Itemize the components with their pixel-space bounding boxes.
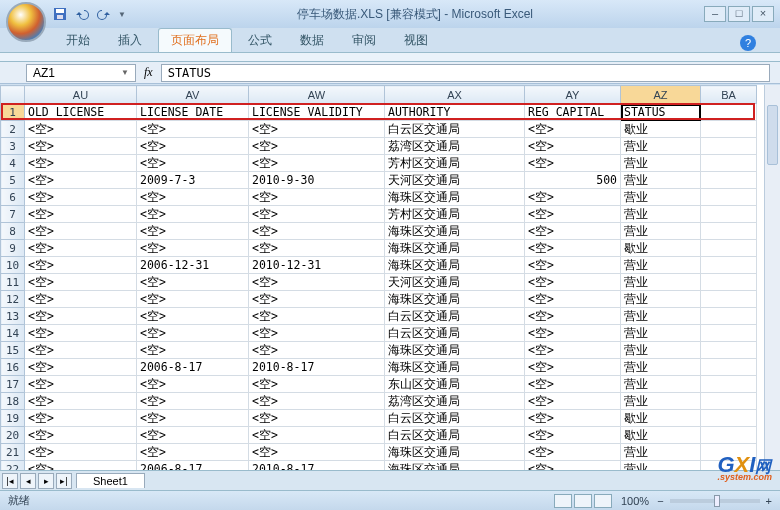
ribbon-tab-3[interactable]: 公式 bbox=[236, 29, 284, 52]
cell[interactable]: <空> bbox=[137, 444, 249, 461]
cell[interactable]: 2010-9-30 bbox=[249, 172, 385, 189]
row-header[interactable]: 9 bbox=[1, 240, 25, 257]
cell[interactable]: <空> bbox=[249, 206, 385, 223]
cell[interactable]: <空> bbox=[249, 155, 385, 172]
help-icon[interactable]: ? bbox=[740, 35, 756, 51]
cell[interactable]: 营业 bbox=[621, 461, 701, 471]
cell[interactable]: 2010-8-17 bbox=[249, 359, 385, 376]
cell[interactable]: <空> bbox=[249, 308, 385, 325]
cell[interactable]: <空> bbox=[525, 240, 621, 257]
cell[interactable] bbox=[701, 410, 757, 427]
cell[interactable]: <空> bbox=[525, 376, 621, 393]
cell[interactable] bbox=[701, 461, 757, 471]
cell[interactable]: <空> bbox=[525, 257, 621, 274]
cell[interactable] bbox=[701, 206, 757, 223]
cell[interactable]: <空> bbox=[137, 325, 249, 342]
cell[interactable] bbox=[701, 138, 757, 155]
cell[interactable]: <空> bbox=[525, 393, 621, 410]
zoom-slider[interactable] bbox=[670, 499, 760, 503]
cell[interactable] bbox=[701, 274, 757, 291]
qat-dropdown-icon[interactable]: ▼ bbox=[118, 10, 126, 19]
cell[interactable]: 营业 bbox=[621, 376, 701, 393]
row-header[interactable]: 10 bbox=[1, 257, 25, 274]
row-header[interactable]: 16 bbox=[1, 359, 25, 376]
cell[interactable]: <空> bbox=[137, 274, 249, 291]
cell[interactable]: <空> bbox=[249, 427, 385, 444]
cell[interactable]: <空> bbox=[25, 172, 137, 189]
cell[interactable]: 营业 bbox=[621, 291, 701, 308]
cell[interactable]: <空> bbox=[25, 308, 137, 325]
cell[interactable] bbox=[701, 444, 757, 461]
cell[interactable]: <空> bbox=[25, 138, 137, 155]
cell[interactable]: <空> bbox=[25, 240, 137, 257]
cell[interactable]: <空> bbox=[525, 121, 621, 138]
scrollbar-thumb[interactable] bbox=[767, 105, 778, 165]
cell[interactable]: <空> bbox=[249, 223, 385, 240]
cell[interactable]: 海珠区交通局 bbox=[385, 189, 525, 206]
formula-bar[interactable]: STATUS bbox=[161, 64, 770, 82]
cell[interactable]: <空> bbox=[525, 444, 621, 461]
cell[interactable]: <空> bbox=[137, 155, 249, 172]
cell[interactable]: <空> bbox=[137, 189, 249, 206]
cell[interactable]: <空> bbox=[137, 223, 249, 240]
cell[interactable] bbox=[701, 393, 757, 410]
cell[interactable]: 白云区交通局 bbox=[385, 410, 525, 427]
cell[interactable]: 海珠区交通局 bbox=[385, 342, 525, 359]
cell[interactable]: <空> bbox=[249, 291, 385, 308]
cell[interactable] bbox=[701, 223, 757, 240]
fx-icon[interactable]: fx bbox=[144, 65, 153, 80]
cell[interactable]: <空> bbox=[25, 444, 137, 461]
row-header[interactable]: 15 bbox=[1, 342, 25, 359]
row-header[interactable]: 8 bbox=[1, 223, 25, 240]
cell[interactable]: <空> bbox=[525, 308, 621, 325]
spreadsheet-grid[interactable]: AUAVAWAXAYAZBA1OLD_LICENSELICENSE_DATELI… bbox=[0, 85, 780, 470]
cell[interactable]: 海珠区交通局 bbox=[385, 359, 525, 376]
cell[interactable]: <空> bbox=[249, 138, 385, 155]
cell[interactable]: 营业 bbox=[621, 138, 701, 155]
row-header[interactable]: 1 bbox=[1, 104, 25, 121]
cell[interactable] bbox=[701, 189, 757, 206]
ribbon-tab-1[interactable]: 插入 bbox=[106, 29, 154, 52]
cell[interactable]: <空> bbox=[525, 291, 621, 308]
sheet-nav-prev[interactable]: ◂ bbox=[20, 473, 36, 489]
row-header[interactable]: 17 bbox=[1, 376, 25, 393]
cell[interactable]: 天河区交通局 bbox=[385, 172, 525, 189]
cell[interactable]: <空> bbox=[525, 359, 621, 376]
cell[interactable] bbox=[701, 359, 757, 376]
row-header[interactable]: 2 bbox=[1, 121, 25, 138]
zoom-in-button[interactable]: + bbox=[766, 495, 772, 507]
redo-icon[interactable] bbox=[96, 6, 112, 22]
cell[interactable]: 营业 bbox=[621, 342, 701, 359]
cell[interactable]: 海珠区交通局 bbox=[385, 444, 525, 461]
cell[interactable]: 营业 bbox=[621, 189, 701, 206]
cell[interactable]: <空> bbox=[25, 121, 137, 138]
cell[interactable]: <空> bbox=[249, 410, 385, 427]
cell[interactable]: 歇业 bbox=[621, 410, 701, 427]
cell[interactable]: <空> bbox=[525, 223, 621, 240]
cell[interactable]: 2010-8-17 bbox=[249, 461, 385, 471]
cell[interactable] bbox=[701, 427, 757, 444]
cell[interactable]: <空> bbox=[525, 138, 621, 155]
cell[interactable]: <空> bbox=[525, 274, 621, 291]
cell[interactable]: <空> bbox=[249, 274, 385, 291]
cell[interactable]: <空> bbox=[249, 121, 385, 138]
row-header[interactable]: 22 bbox=[1, 461, 25, 471]
cell[interactable]: 歇业 bbox=[621, 427, 701, 444]
sheet-nav-next[interactable]: ▸ bbox=[38, 473, 54, 489]
cell[interactable]: <空> bbox=[525, 342, 621, 359]
cell[interactable]: LICENSE_DATE bbox=[137, 104, 249, 121]
cell[interactable]: 营业 bbox=[621, 393, 701, 410]
cell[interactable]: <空> bbox=[25, 359, 137, 376]
minimize-button[interactable]: – bbox=[704, 6, 726, 22]
cell[interactable]: <空> bbox=[25, 291, 137, 308]
cell[interactable]: <空> bbox=[249, 342, 385, 359]
name-box[interactable]: AZ1 ▼ bbox=[26, 64, 136, 82]
ribbon-tab-5[interactable]: 审阅 bbox=[340, 29, 388, 52]
row-header[interactable]: 18 bbox=[1, 393, 25, 410]
cell[interactable]: 白云区交通局 bbox=[385, 121, 525, 138]
cell[interactable]: <空> bbox=[525, 410, 621, 427]
row-header[interactable]: 3 bbox=[1, 138, 25, 155]
row-header[interactable]: 19 bbox=[1, 410, 25, 427]
col-header[interactable]: AW bbox=[249, 86, 385, 104]
cell[interactable]: <空> bbox=[137, 427, 249, 444]
